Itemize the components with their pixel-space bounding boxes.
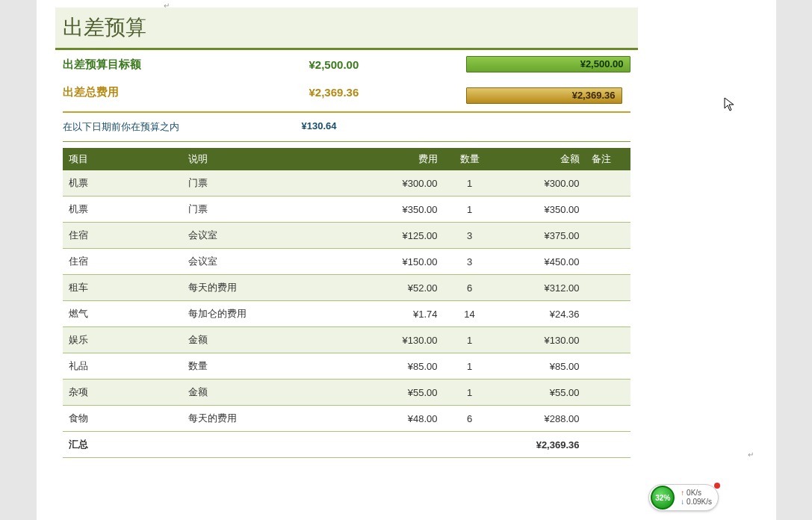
cell-qty: 6: [444, 406, 496, 432]
cell-qty: 1: [444, 380, 496, 406]
page-title: 出差预算: [63, 13, 630, 42]
cell-cost: ¥300.00: [362, 170, 444, 196]
cell-cost: ¥85.00: [362, 353, 444, 380]
cell-note: [586, 380, 630, 406]
cell-amount: ¥375.00: [496, 223, 586, 249]
table-row: 娱乐金额¥130.001¥130.00: [63, 327, 630, 353]
cell-qty: 1: [444, 327, 496, 353]
cell-item: 杂项: [63, 380, 182, 406]
cell-note: [586, 249, 630, 275]
title-row: 出差预算: [55, 7, 638, 50]
cell-qty: 1: [444, 196, 496, 223]
speed-readout: ↑ 0K/s ↓ 0.09K/s: [681, 489, 712, 507]
cell-item: 住宿: [63, 249, 182, 275]
remaining-value: ¥130.64: [302, 120, 451, 134]
cell-cost: ¥125.00: [362, 223, 444, 249]
remaining-row: 在以下日期前你在预算之内 ¥130.64: [55, 113, 638, 134]
cell-note: [586, 406, 630, 432]
cell-qty: 1: [444, 353, 496, 380]
table-row: 礼品数量¥85.001¥85.00: [63, 353, 630, 380]
notification-dot-icon: [714, 483, 720, 489]
col-qty: 数量: [444, 148, 496, 170]
cell-qty: 6: [444, 275, 496, 301]
col-cost: 费用: [362, 148, 444, 170]
table-row: 机票门票¥350.001¥350.00: [63, 196, 630, 223]
table-row: 杂项金额¥55.001¥55.00: [63, 380, 630, 406]
total-row: 汇总 ¥2,369.36: [63, 432, 630, 458]
cell-item: 租车: [63, 275, 182, 301]
table-row: 住宿会议室¥150.003¥450.00: [63, 249, 630, 275]
table-row: 燃气每加仑的费用¥1.7414¥24.36: [63, 301, 630, 327]
cell-amount: ¥312.00: [496, 275, 586, 301]
cell-note: [586, 196, 630, 223]
cell-cost: ¥350.00: [362, 196, 444, 223]
table-row: 机票门票¥300.001¥300.00: [63, 170, 630, 196]
table-row: 租车每天的费用¥52.006¥312.00: [63, 275, 630, 301]
cell-note: [586, 301, 630, 327]
cell-cost: ¥130.00: [362, 327, 444, 353]
total-label: 出差总费用: [63, 85, 302, 99]
cell-cost: ¥55.00: [362, 380, 444, 406]
cell-amount: ¥85.00: [496, 353, 586, 380]
network-speed-widget[interactable]: 32% ↑ 0K/s ↓ 0.09K/s: [648, 484, 719, 511]
cell-desc: 每天的费用: [182, 406, 362, 432]
budget-sheet: 出差预算 出差预算目标额 ¥2,500.00 ¥2,500.00 出差总费用 ¥…: [55, 7, 638, 458]
cell-qty: 3: [444, 249, 496, 275]
col-amount: 金额: [496, 148, 586, 170]
total-amount: ¥2,369.36: [496, 432, 586, 458]
table-row: 食物每天的费用¥48.006¥288.00: [63, 406, 630, 432]
total-bar: ¥2,369.36: [466, 87, 622, 104]
cell-item: 机票: [63, 196, 182, 223]
col-note: 备注: [586, 148, 630, 170]
cell-amount: ¥288.00: [496, 406, 586, 432]
cell-cost: ¥48.00: [362, 406, 444, 432]
cell-amount: ¥350.00: [496, 196, 586, 223]
cell-desc: 门票: [182, 196, 362, 223]
cell-amount: ¥24.36: [496, 301, 586, 327]
gauge-icon: 32%: [651, 486, 675, 510]
cell-note: [586, 170, 630, 196]
cell-desc: 会议室: [182, 249, 362, 275]
cell-cost: ¥1.74: [362, 301, 444, 327]
arrow-up-icon: ↑: [681, 489, 684, 497]
document-page: ↵ 出差预算 出差预算目标额 ¥2,500.00 ¥2,500.00 出差总费用…: [37, 0, 776, 520]
arrow-down-icon: ↓: [681, 498, 684, 506]
paragraph-mark: ↵: [748, 451, 754, 459]
summary-block: 出差预算目标额 ¥2,500.00 ¥2,500.00 出差总费用 ¥2,369…: [55, 50, 638, 104]
total-value: ¥2,369.36: [309, 86, 459, 99]
cell-item: 燃气: [63, 301, 182, 327]
col-desc: 说明: [182, 148, 362, 170]
cell-note: [586, 327, 630, 353]
cell-item: 住宿: [63, 223, 182, 249]
cell-amount: ¥300.00: [496, 170, 586, 196]
cell-qty: 14: [444, 301, 496, 327]
cell-item: 食物: [63, 406, 182, 432]
cell-item: 机票: [63, 170, 182, 196]
cell-note: [586, 275, 630, 301]
cell-desc: 数量: [182, 353, 362, 380]
cell-desc: 金额: [182, 327, 362, 353]
cell-desc: 每加仑的费用: [182, 301, 362, 327]
col-item: 项目: [63, 148, 182, 170]
cell-item: 娱乐: [63, 327, 182, 353]
cell-desc: 每天的费用: [182, 275, 362, 301]
cell-note: [586, 223, 630, 249]
cell-note: [586, 353, 630, 380]
paragraph-mark: ↵: [164, 1, 170, 10]
total-label: 汇总: [63, 432, 182, 458]
cell-cost: ¥150.00: [362, 249, 444, 275]
table-header: 项目 说明 费用 数量 金额 备注: [63, 148, 630, 170]
target-bar: ¥2,500.00: [466, 56, 630, 72]
cell-amount: ¥55.00: [496, 380, 586, 406]
divider: [63, 141, 630, 142]
cell-cost: ¥52.00: [362, 275, 444, 301]
target-label: 出差预算目标额: [63, 58, 302, 72]
cell-desc: 门票: [182, 170, 362, 196]
table-row: 住宿会议室¥125.003¥375.00: [63, 223, 630, 249]
target-value: ¥2,500.00: [309, 58, 459, 71]
cell-amount: ¥130.00: [496, 327, 586, 353]
cell-item: 礼品: [63, 353, 182, 380]
cell-qty: 1: [444, 170, 496, 196]
cell-qty: 3: [444, 223, 496, 249]
remaining-label: 在以下日期前你在预算之内: [63, 120, 302, 134]
